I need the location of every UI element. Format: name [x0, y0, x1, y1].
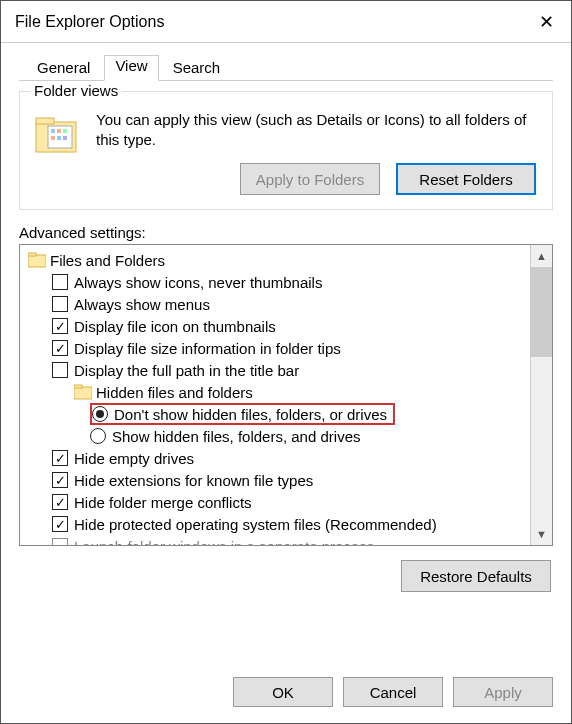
svg-rect-3: [51, 129, 55, 133]
folder-views-description: You can apply this view (such as Details…: [96, 110, 540, 149]
close-button[interactable]: ✕: [521, 1, 571, 43]
folder-views-group: Folder views You can apply this view (su…: [19, 91, 553, 210]
svg-rect-8: [63, 136, 67, 140]
folder-icon: [28, 252, 46, 268]
checkbox-icon[interactable]: [52, 450, 68, 466]
radio-icon[interactable]: [90, 428, 106, 444]
tree-item[interactable]: Launch folder windows in a separate proc…: [22, 535, 528, 545]
scroll-thumb[interactable]: [531, 267, 552, 357]
svg-rect-7: [57, 136, 61, 140]
checkbox-icon[interactable]: [52, 472, 68, 488]
tree-label: Show hidden files, folders, and drives: [112, 428, 360, 445]
svg-rect-9: [28, 255, 46, 267]
tree-label: Launch folder windows in a separate proc…: [74, 538, 374, 546]
folder-icon: [74, 384, 92, 400]
tree-content[interactable]: Files and Folders Always show icons, nev…: [20, 245, 530, 545]
tree-scrollbar[interactable]: ▲ ▼: [530, 245, 552, 545]
reset-folders-button[interactable]: Reset Folders: [396, 163, 536, 195]
tree-item[interactable]: Always show icons, never thumbnails: [22, 271, 528, 293]
tree-item[interactable]: Always show menus: [22, 293, 528, 315]
svg-rect-5: [63, 129, 67, 133]
highlighted-option: Don't show hidden files, folders, or dri…: [90, 403, 395, 425]
checkbox-icon[interactable]: [52, 362, 68, 378]
tree-item[interactable]: Hide empty drives: [22, 447, 528, 469]
ok-button[interactable]: OK: [233, 677, 333, 707]
folder-views-label: Folder views: [30, 82, 122, 99]
tree-label: Always show icons, never thumbnails: [74, 274, 322, 291]
svg-rect-1: [36, 118, 54, 124]
svg-rect-12: [74, 385, 82, 388]
tree-item[interactable]: Display the full path in the title bar: [22, 359, 528, 381]
tree-item[interactable]: Hide extensions for known file types: [22, 469, 528, 491]
svg-rect-10: [28, 253, 36, 256]
tree-folder-root[interactable]: Files and Folders: [22, 249, 528, 271]
content-area: General View Search Folder views You can: [1, 43, 571, 665]
checkbox-icon[interactable]: [52, 318, 68, 334]
tree-item[interactable]: Display file size information in folder …: [22, 337, 528, 359]
tree-label: Always show menus: [74, 296, 210, 313]
tree-label: Display file icon on thumbnails: [74, 318, 276, 335]
tree-label: Display file size information in folder …: [74, 340, 341, 357]
tree-radio-item[interactable]: Don't show hidden files, folders, or dri…: [22, 403, 528, 425]
checkbox-icon[interactable]: [52, 494, 68, 510]
cancel-button[interactable]: Cancel: [343, 677, 443, 707]
tree-label: Hidden files and folders: [96, 384, 253, 401]
checkbox-icon[interactable]: [52, 274, 68, 290]
folder-icon: [32, 110, 80, 158]
options-dialog: File Explorer Options ✕ General View Sea…: [0, 0, 572, 724]
tree-radio-item[interactable]: Show hidden files, folders, and drives: [22, 425, 528, 447]
tree-label: Hide extensions for known file types: [74, 472, 313, 489]
checkbox-icon[interactable]: [52, 516, 68, 532]
apply-to-folders-button: Apply to Folders: [240, 163, 380, 195]
close-icon: ✕: [539, 11, 554, 33]
tree-folder-hidden[interactable]: Hidden files and folders: [22, 381, 528, 403]
tree-item[interactable]: Hide protected operating system files (R…: [22, 513, 528, 535]
titlebar: File Explorer Options ✕: [1, 1, 571, 43]
restore-defaults-button[interactable]: Restore Defaults: [401, 560, 551, 592]
radio-icon[interactable]: [92, 406, 108, 422]
tree-label: Hide empty drives: [74, 450, 194, 467]
tree-label: Display the full path in the title bar: [74, 362, 299, 379]
checkbox-icon[interactable]: [52, 340, 68, 356]
tree-item[interactable]: Hide folder merge conflicts: [22, 491, 528, 513]
scroll-up-icon[interactable]: ▲: [531, 245, 552, 267]
tab-strip: General View Search: [19, 55, 553, 81]
tree-label: Don't show hidden files, folders, or dri…: [114, 406, 387, 423]
dialog-footer: OK Cancel Apply: [1, 665, 571, 723]
advanced-settings-label: Advanced settings:: [19, 224, 553, 241]
advanced-settings-tree: Files and Folders Always show icons, nev…: [19, 244, 553, 546]
tab-general[interactable]: General: [23, 55, 104, 80]
scroll-down-icon[interactable]: ▼: [531, 523, 552, 545]
apply-button: Apply: [453, 677, 553, 707]
svg-rect-6: [51, 136, 55, 140]
checkbox-icon[interactable]: [52, 538, 68, 545]
tree-item[interactable]: Display file icon on thumbnails: [22, 315, 528, 337]
tree-label: Hide protected operating system files (R…: [74, 516, 437, 533]
tab-view[interactable]: View: [104, 55, 158, 81]
tab-search[interactable]: Search: [159, 55, 235, 80]
scroll-track[interactable]: [531, 357, 552, 523]
svg-rect-4: [57, 129, 61, 133]
tree-label: Files and Folders: [50, 252, 165, 269]
window-title: File Explorer Options: [15, 13, 164, 31]
checkbox-icon[interactable]: [52, 296, 68, 312]
svg-rect-11: [74, 387, 92, 399]
tree-label: Hide folder merge conflicts: [74, 494, 252, 511]
